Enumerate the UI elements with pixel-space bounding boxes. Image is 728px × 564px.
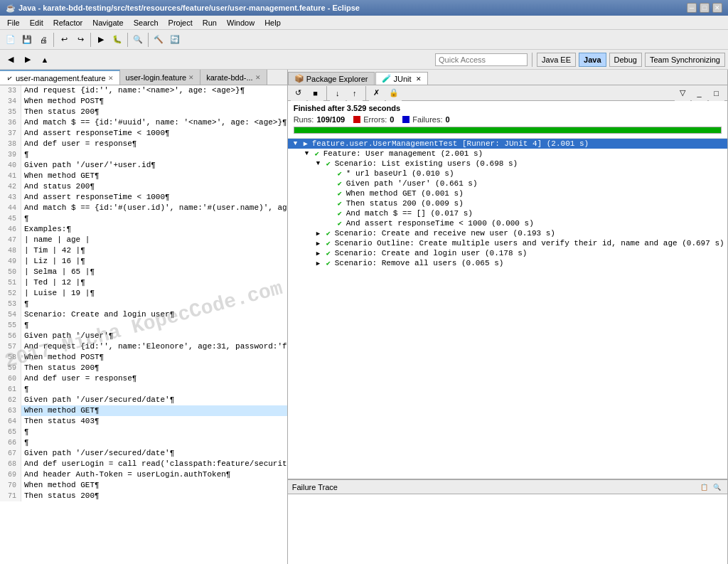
perspective-debug[interactable]: Debug (609, 53, 642, 67)
tree-item-5[interactable]: ✔When method GET (0.001 s) (288, 188, 727, 198)
failure-trace-label: Failure Trace (292, 483, 338, 491)
tab-user-management[interactable]: 🗸 user-management.feature ✕ (0, 70, 120, 85)
maximize-button[interactable]: □ (700, 3, 710, 13)
run-button[interactable]: ▶ (93, 32, 109, 48)
new-button[interactable]: 📄 (3, 32, 18, 48)
menu-search[interactable]: Search (129, 18, 163, 28)
junit-scroll-lock[interactable]: 🔒 (386, 85, 402, 101)
code-line-42: 42 And status 200¶ (0, 181, 287, 192)
line-number-51: 51 (0, 277, 21, 288)
back-button[interactable]: ◀ (3, 52, 18, 68)
main-layout: 🗸 user-management.feature ✕ user-login.f… (0, 70, 728, 564)
menu-file[interactable]: File (3, 18, 24, 28)
menu-help[interactable]: Help (260, 18, 285, 28)
tab-karate-bdd[interactable]: karate-bdd-... ✕ (200, 70, 267, 85)
tab-package-explorer[interactable]: 📦 Package Explorer (288, 72, 375, 85)
perspective-java[interactable]: Java (579, 53, 606, 67)
failure-trace-header: Failure Trace 📋 🔍 (288, 480, 727, 494)
tree-item-2[interactable]: ▼✔Scenario: List existing users (0.698 s… (288, 159, 727, 169)
menu-navigate[interactable]: Navigate (88, 18, 127, 28)
junit-next-failure[interactable]: ↓ (330, 85, 346, 101)
tree-item-0[interactable]: ▼▶feature.user.UserManagementTest [Runne… (288, 139, 727, 149)
tree-toggle-1[interactable]: ▼ (305, 150, 312, 157)
junit-rerun-button[interactable]: ↺ (291, 85, 306, 101)
line-content-35: Then status 200¶ (21, 107, 100, 117)
menu-edit[interactable]: Edit (26, 18, 48, 28)
code-line-41: 41 When method GET¶ (0, 171, 287, 181)
line-content-36: And match $ == {id:'#uuid', name: '<name… (21, 117, 287, 128)
menu-run[interactable]: Run (198, 18, 221, 28)
tab-junit[interactable]: 🧪 JUnit ✕ (375, 72, 428, 85)
tree-green-icon-7: ✔ (338, 209, 342, 218)
tree-item-1[interactable]: ▼✔Feature: User management (2.001 s) (288, 149, 727, 159)
close-button[interactable]: ✕ (712, 3, 722, 13)
up-button[interactable]: ▲ (37, 52, 53, 68)
perspective-javaee[interactable]: Java EE (537, 53, 576, 67)
search-button[interactable]: 🔍 (130, 32, 146, 48)
tree-item-8[interactable]: ✔And assert responseTime < 1000 (0.000 s… (288, 218, 727, 228)
menu-project[interactable]: Project (164, 18, 197, 28)
code-line-68: 68 And def userLogin = call read('classp… (0, 459, 287, 469)
package-explorer-icon: 📦 (294, 74, 304, 83)
quick-access-input[interactable] (435, 53, 528, 66)
junit-minimize[interactable]: _ (692, 85, 707, 101)
code-line-71: 71 Then status 200¶ (0, 491, 287, 501)
print-button[interactable]: 🖨 (36, 32, 51, 48)
line-number-41: 41 (0, 171, 21, 181)
junit-stop-button[interactable]: ■ (308, 85, 323, 101)
code-line-44: 44 And match $ == {id:'#(user.id)', name… (0, 203, 287, 213)
tab-close-karate[interactable]: ✕ (255, 74, 261, 81)
failure-trace-filter[interactable]: 🔍 (712, 481, 723, 493)
junit-failures-only[interactable]: ✗ (369, 85, 385, 101)
junit-icon: 🧪 (382, 74, 392, 83)
undo-button[interactable]: ↩ (56, 32, 72, 48)
junit-menu[interactable]: ▽ (675, 85, 690, 101)
tab-user-login[interactable]: user-login.feature ✕ (120, 70, 201, 85)
forward-button[interactable]: ▶ (20, 52, 36, 68)
tree-toggle-10[interactable]: ▶ (316, 240, 323, 248)
line-content-39: ¶ (21, 149, 29, 160)
tree-item-12[interactable]: ▶✔Scenario: Remove all users (0.065 s) (288, 258, 727, 268)
junit-prev-failure[interactable]: ↑ (347, 85, 363, 101)
tree-item-7[interactable]: ✔And match $ == [] (0.017 s) (288, 208, 727, 218)
toolbar-sep-1 (53, 33, 54, 47)
tree-toggle-11[interactable]: ▶ (316, 250, 323, 257)
line-content-47: | name | age | (21, 235, 90, 245)
tab-close-user-management[interactable]: ✕ (108, 75, 114, 82)
tab-close-user-login[interactable]: ✕ (188, 74, 194, 81)
tree-label-0: feature.user.UserManagementTest [Runner:… (312, 139, 589, 148)
tree-toggle-9[interactable]: ▶ (316, 230, 323, 238)
junit-maximize[interactable]: □ (709, 85, 724, 101)
menu-window[interactable]: Window (223, 18, 259, 28)
failure-trace-copy[interactable]: 📋 (699, 481, 710, 493)
tab-label-karate: karate-bdd-... (206, 73, 252, 82)
line-content-52: | Luise | 19 |¶ (21, 288, 95, 299)
build-button[interactable]: 🔨 (151, 32, 166, 48)
redo-button[interactable]: ↪ (73, 32, 88, 48)
tree-item-3[interactable]: ✔* url baseUrl (0.010 s) (288, 169, 727, 179)
junit-header: Finished after 3.529 seconds Runs: 109/1… (288, 101, 727, 139)
minimize-button[interactable]: ─ (687, 3, 697, 13)
tree-item-10[interactable]: ▶✔Scenario Outline: Create multiple user… (288, 238, 727, 248)
tree-label-4: Given path '/user' (0.661 s) (346, 179, 478, 188)
tree-item-9[interactable]: ▶✔Scenario: Create and receive new user … (288, 228, 727, 238)
line-number-37: 37 (0, 128, 21, 139)
tree-item-6[interactable]: ✔Then status 200 (0.009 s) (288, 198, 727, 208)
menu-refactor[interactable]: Refactor (49, 18, 87, 28)
tree-item-4[interactable]: ✔Given path '/user' (0.661 s) (288, 179, 727, 188)
tree-green-icon-1: ✔ (315, 149, 319, 158)
tree-toggle-12[interactable]: ▶ (316, 260, 323, 267)
code-line-62: 62 Given path '/user/secured/date'¶ (0, 395, 287, 405)
tab-label-user-login: user-login.feature (126, 73, 187, 82)
line-number-59: 59 (0, 363, 21, 373)
tree-toggle-2[interactable]: ▼ (316, 160, 323, 167)
line-content-64: Then status 403¶ (21, 416, 100, 427)
tree-item-11[interactable]: ▶✔Scenario: Create and login user (0.178… (288, 248, 727, 258)
tree-toggle-0[interactable]: ▼ (294, 140, 301, 147)
tab-close-junit[interactable]: ✕ (416, 75, 422, 83)
debug-button[interactable]: 🐛 (109, 32, 125, 48)
save-button[interactable]: 💾 (19, 32, 35, 48)
perspective-team-sync[interactable]: Team Synchronizing (645, 53, 725, 67)
refresh-button[interactable]: 🔄 (167, 32, 183, 48)
tab-label-user-management: user-management.feature (16, 74, 106, 83)
